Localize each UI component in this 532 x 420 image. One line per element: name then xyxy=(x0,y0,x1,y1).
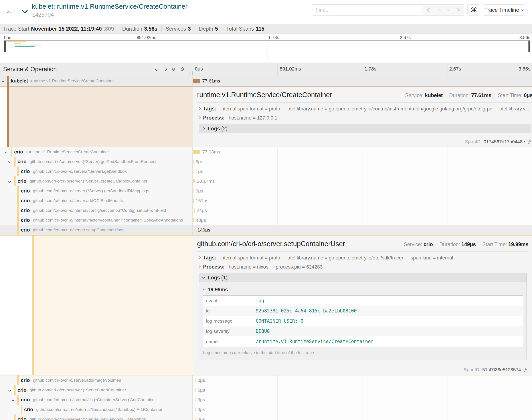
span-timeline-cell[interactable]: 1μs xyxy=(193,166,532,176)
span-collapse-icon[interactable] xyxy=(1,80,4,82)
span-bar[interactable] xyxy=(195,407,196,412)
minimap-right-handle[interactable] xyxy=(529,41,530,52)
span-row[interactable]: crio github.com/cri-o/cri-o/internal/lib… xyxy=(0,405,532,414)
span-timeline-cell[interactable]: 0μs xyxy=(193,186,532,196)
expand-one-icon[interactable] xyxy=(163,67,167,71)
span-bar[interactable] xyxy=(193,150,200,154)
span-timeline-cell[interactable]: 77.08ms xyxy=(193,147,532,157)
span-bar[interactable] xyxy=(193,179,195,183)
span-timeline-cell[interactable]: 24μs xyxy=(193,206,532,215)
span-collapse-icon[interactable] xyxy=(8,160,11,163)
trace-title-link[interactable]: kubelet: runtime.v1.RuntimeService/Creat… xyxy=(32,3,188,11)
locate-icon[interactable] xyxy=(426,7,432,13)
span-row[interactable]: crio github.com/cri-o/cri-o/server.(*Ser… xyxy=(0,157,532,166)
span-operation: github.com/cri-o/cri-o/server.(*Server).… xyxy=(30,179,147,184)
span-name-cell[interactable]: crio github.com/cri-o/cri-o/server.addOC… xyxy=(0,196,193,206)
collapse-one-icon[interactable] xyxy=(155,67,159,71)
span-name-cell[interactable]: crio runtime.v1.RuntimeService/CreateCon… xyxy=(0,147,193,157)
minimap-tick-label: 3.56s xyxy=(519,35,530,40)
span-row[interactable]: crio github.com/cri-o/cri-o/server.addIm… xyxy=(0,375,532,385)
span-timeline-cell[interactable]: 8μs xyxy=(193,157,532,166)
column-resizer[interactable] xyxy=(189,71,193,75)
span-row[interactable]: crio github.com/cri-o/cri-o/server.(*Ser… xyxy=(0,186,532,196)
span-name-cell[interactable]: crio github.com/cri-o/cri-o/server.setup… xyxy=(0,225,193,235)
find-input[interactable] xyxy=(312,5,422,15)
span-duration: 6μs xyxy=(198,387,205,393)
tags-row[interactable]: Tags: internal.span.format = protootel.l… xyxy=(198,255,529,261)
process-row[interactable]: Process: host.name = 127.0.0.1 xyxy=(198,115,532,121)
span-row[interactable]: crio runtime.v1.RuntimeService/CreateCon… xyxy=(0,147,532,157)
collapse-trace-header-icon[interactable] xyxy=(22,8,28,14)
span-row[interactable]: crio github.com/cri-o/cri-o/server.addOC… xyxy=(0,196,532,206)
span-bar[interactable] xyxy=(195,378,196,383)
find-clear-icon[interactable]: ✕ xyxy=(456,7,461,13)
span-timeline-cell[interactable]: 0μs xyxy=(193,405,532,414)
find-prev-icon[interactable] xyxy=(438,8,441,12)
span-timeline-cell[interactable]: 0μs xyxy=(193,414,532,420)
span-timeline-cell[interactable]: 3μs xyxy=(193,395,532,405)
span-bar[interactable] xyxy=(193,199,194,203)
logs-accordion[interactable]: Logs(2) xyxy=(199,124,531,133)
span-row[interactable]: kubelet runtime.v1.RuntimeService/Create… xyxy=(0,76,532,86)
span-name-cell[interactable]: crio github.com/cri-o/cri-o/internal/con… xyxy=(0,206,193,215)
logs-accordion[interactable]: Logs(1) xyxy=(199,273,527,282)
span-timeline-cell[interactable]: 6μs xyxy=(193,385,532,395)
span-timeline-cell[interactable]: 77.61ms xyxy=(193,76,532,86)
span-name-cell[interactable]: crio github.com/cri-o/cri-o/internal/fac… xyxy=(0,215,193,225)
expand-all-icon[interactable] xyxy=(181,68,185,71)
find-next-icon[interactable] xyxy=(447,8,450,12)
span-row[interactable]: crio github.com/cri-o/cri-o/internal/fac… xyxy=(0,215,532,225)
span-name-cell[interactable]: crio github.com/cri-o/cri-o/server.(*Ser… xyxy=(0,157,193,166)
span-name-cell[interactable]: crio github.com/cri-o/cri-o/server.(*Ser… xyxy=(0,186,193,196)
span-name-cell[interactable]: crio github.com/cri-o/cri-o/server.addIm… xyxy=(0,375,193,385)
trace-minimap[interactable] xyxy=(4,40,530,60)
span-name-cell[interactable]: crio github.com/cri-o/cri-o/server.(*Ser… xyxy=(0,166,193,176)
span-collapse-icon[interactable] xyxy=(12,399,15,401)
span-name-cell[interactable]: kubelet runtime.v1.RuntimeService/Create… xyxy=(0,76,193,86)
minimap-left-handle[interactable] xyxy=(4,41,6,52)
tags-row[interactable]: Tags: internal.span.format = protootel.l… xyxy=(198,106,532,112)
span-duration: 77.61ms xyxy=(202,78,220,84)
span-bar[interactable] xyxy=(193,79,200,83)
span-row[interactable]: crio github.com/cri-o/cri-o/server.(*Ser… xyxy=(0,414,532,420)
span-timeline-cell[interactable]: 0μs xyxy=(193,375,532,385)
span-name-cell[interactable]: crio github.com/cri-o/cri-o/internal/lib… xyxy=(0,395,193,405)
span-name-cell[interactable]: crio github.com/cri-o/cri-o/internal/lib… xyxy=(0,405,193,414)
span-timeline-cell[interactable]: 149μs xyxy=(193,225,532,235)
span-row[interactable]: crio github.com/cri-o/cri-o/internal/lib… xyxy=(0,395,532,405)
span-row[interactable]: crio github.com/cri-o/cri-o/server.(*Ser… xyxy=(0,166,532,176)
span-collapse-icon[interactable] xyxy=(8,180,11,183)
span-bar[interactable] xyxy=(195,417,196,420)
span-timeline-cell[interactable]: 20.17ms xyxy=(193,176,532,186)
span-name-cell[interactable]: crio github.com/cri-o/cri-o/server.(*Ser… xyxy=(0,414,193,420)
span-row[interactable]: crio github.com/cri-o/cri-o/server.(*Ser… xyxy=(0,176,532,186)
span-row[interactable]: crio github.com/cri-o/cri-o/server.setup… xyxy=(0,225,532,235)
span-bar[interactable] xyxy=(195,398,196,402)
back-icon[interactable]: ← xyxy=(4,5,16,16)
span-bar[interactable] xyxy=(195,388,196,392)
process-row[interactable]: Process: host.name = nixosprocess.pid = … xyxy=(198,264,529,270)
span-name-cell[interactable]: crio github.com/cri-o/cri-o/server.(*Ser… xyxy=(0,385,193,395)
collapse-all-icon[interactable] xyxy=(172,67,175,71)
keyboard-shortcuts-button[interactable]: ⌘ xyxy=(468,4,480,15)
span-collapse-icon[interactable] xyxy=(8,389,11,392)
link-icon[interactable] xyxy=(527,139,532,144)
span-bar[interactable] xyxy=(193,169,194,174)
span-bar[interactable] xyxy=(193,218,194,223)
log-entry-header[interactable]: 19.99ms xyxy=(203,287,523,293)
span-row[interactable]: crio github.com/cri-o/cri-o/server.(*Ser… xyxy=(0,385,532,395)
span-bar[interactable] xyxy=(193,160,194,164)
span-collapse-icon[interactable] xyxy=(5,150,8,153)
span-row[interactable]: crio github.com/cri-o/cri-o/internal/con… xyxy=(0,206,532,215)
kv-item: host.name = 127.0.0.1 xyxy=(228,115,281,121)
span-detail-title: github.com/cri-o/cri-o/server.setupConta… xyxy=(197,240,345,248)
link-icon[interactable] xyxy=(523,367,528,372)
chevron-right-icon xyxy=(202,127,205,130)
span-name-cell[interactable]: crio github.com/cri-o/cri-o/server.(*Ser… xyxy=(0,176,193,186)
view-selector-button[interactable]: Trace Timeline xyxy=(483,4,525,15)
span-timeline-cell[interactable]: 43μs xyxy=(193,215,532,225)
span-bar[interactable] xyxy=(193,189,194,193)
span-duration: 20.17ms xyxy=(197,179,215,184)
span-timeline-cell[interactable]: 151μs xyxy=(193,196,532,206)
minimap-span-bar xyxy=(15,46,35,47)
